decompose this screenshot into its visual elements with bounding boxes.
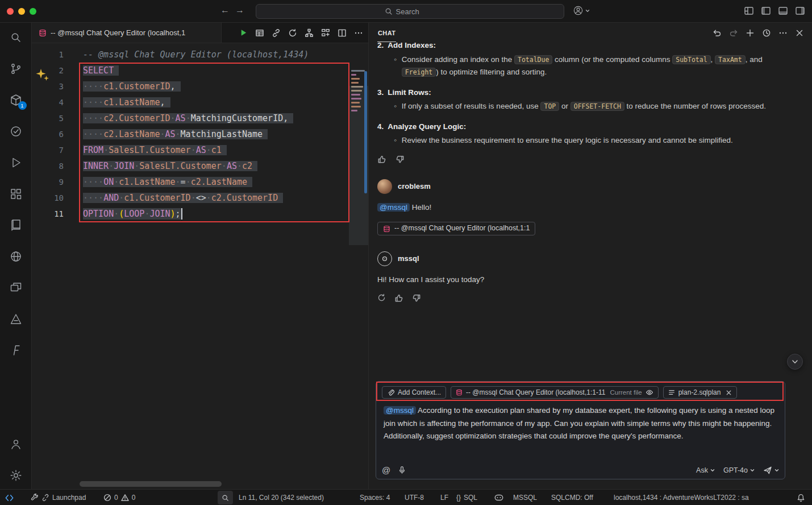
activity-badge: 1: [18, 101, 27, 110]
chat-message-user: croblesm @mssql Hello! -- @mssql Chat Qu…: [377, 179, 802, 237]
language-status[interactable]: {}SQL: [456, 490, 477, 505]
message-attachment-chip[interactable]: -- @mssql Chat Query Editor (localhost,1…: [377, 222, 535, 235]
notifications-button[interactable]: [797, 490, 805, 505]
scroll-to-bottom-button[interactable]: [787, 354, 803, 370]
window-minimize-button[interactable]: [18, 8, 25, 15]
activity-source-control[interactable]: [9, 62, 23, 76]
remote-windows-icon: [9, 281, 23, 295]
activity-extensions[interactable]: [9, 187, 23, 201]
window-zoom-button[interactable]: [30, 8, 36, 15]
activity-azure[interactable]: [9, 312, 23, 326]
code-line[interactable]: 10····AND·c1.CustomerID·<>·c2.CustomerID: [32, 190, 348, 206]
cursor-position-status[interactable]: Ln 11, Col 20 (342 selected): [239, 490, 324, 505]
activity-testing[interactable]: [9, 125, 23, 138]
mention-chip[interactable]: @mssql: [384, 406, 416, 415]
connection-button[interactable]: [272, 28, 281, 38]
mode-selector[interactable]: Ask: [696, 466, 715, 474]
window-close-button[interactable]: [7, 8, 14, 15]
add-context-label: Add Context...: [398, 388, 441, 396]
mssql-status[interactable]: MSSQL: [513, 490, 537, 505]
code-line[interactable]: 5····c2.CustomerID·AS·MatchingCustomerID…: [32, 110, 348, 126]
code-line[interactable]: 4····c1.LastName,: [32, 94, 348, 110]
code-line[interactable]: 11OPTION·(LOOP·JOIN);: [32, 206, 348, 222]
code-line[interactable]: 3····c1.CustomerID,: [32, 78, 348, 94]
send-button[interactable]: [763, 466, 772, 475]
editor-tab[interactable]: -- @mssql Chat Query Editor (localhost,1: [32, 23, 222, 43]
chat-input-box[interactable]: Add Context... -- @mssql Chat Query Edit…: [376, 381, 785, 479]
indentation-status[interactable]: Spaces: 4: [360, 490, 390, 505]
activity-run-debug[interactable]: [9, 156, 23, 169]
book-icon: [9, 218, 23, 232]
thumbs-up-button[interactable]: [377, 155, 386, 164]
toggle-panel-icon[interactable]: [778, 6, 788, 16]
copilot-status[interactable]: [494, 490, 503, 505]
sqlcmd-status[interactable]: SQLCMD: Off: [551, 490, 593, 505]
account-menu-button[interactable]: [573, 5, 590, 16]
activity-docs[interactable]: [9, 218, 23, 232]
chat-history-button[interactable]: [762, 28, 771, 38]
new-chat-button[interactable]: [746, 28, 755, 38]
thumbs-down-button[interactable]: [395, 155, 405, 164]
editor-horizontal-scrollbar[interactable]: [80, 481, 222, 487]
toggle-primary-sidebar-icon[interactable]: [761, 6, 771, 16]
estimated-plan-button[interactable]: [288, 28, 297, 38]
zoom-status-button[interactable]: [218, 491, 233, 504]
code-line[interactable]: 1-- @mssql Chat Query Editor (localhost,…: [32, 47, 348, 63]
eol-status[interactable]: LF: [440, 490, 448, 505]
run-query-button[interactable]: [239, 28, 248, 37]
microphone-icon[interactable]: [398, 466, 406, 474]
code-line[interactable]: 7FROM·SalesLT.Customer·AS·c1: [32, 142, 348, 158]
chat-input-text[interactable]: @mssql According to the execution plan s…: [376, 401, 785, 443]
activity-search[interactable]: [9, 31, 23, 44]
command-center[interactable]: [256, 4, 564, 19]
context-plan-chip[interactable]: plan-2.sqlplan: [663, 386, 738, 399]
code-editor[interactable]: 1-- @mssql Chat Query Editor (localhost,…: [32, 44, 368, 489]
problems-button[interactable]: 0 0: [103, 490, 135, 505]
activity-bar: 1: [0, 23, 32, 489]
results-grid-button[interactable]: [255, 28, 264, 38]
chevron-down-icon: [750, 468, 755, 473]
thumbs-down-button[interactable]: [412, 293, 421, 303]
activity-flask[interactable]: [9, 343, 23, 357]
code-line[interactable]: 6····c2.LastName·AS·MatchingLastName: [32, 126, 348, 142]
add-context-button[interactable]: Add Context...: [382, 386, 446, 399]
customize-layout-icon[interactable]: [744, 6, 754, 16]
send-options-chevron[interactable]: [774, 468, 779, 473]
attachment-label: -- @mssql Chat Query Editor (localhost,1…: [394, 222, 530, 235]
launchpad-button[interactable]: Launchpad: [31, 490, 86, 505]
settings-button[interactable]: [9, 469, 23, 482]
activity-remote-explorer[interactable]: [9, 281, 23, 295]
context-file-label: -- @mssql Chat Query Editor (localhost,1…: [466, 388, 605, 396]
search-input[interactable]: [396, 7, 436, 16]
split-editor-button[interactable]: [338, 28, 347, 38]
mention-chip[interactable]: @mssql: [377, 203, 410, 212]
activity-references[interactable]: 1: [9, 93, 23, 107]
chat-undo-button[interactable]: [713, 28, 722, 38]
line-number: 9: [32, 177, 64, 187]
history-back-button[interactable]: ←: [220, 5, 230, 15]
schema-visualize-button[interactable]: [305, 28, 314, 38]
chat-redo-button[interactable]: [729, 28, 738, 38]
code-line[interactable]: 9····ON·c1.LastName·=·c2.LastName: [32, 174, 348, 190]
encoding-status[interactable]: UTF-8: [405, 490, 424, 505]
toggle-secondary-sidebar-icon[interactable]: [795, 6, 805, 16]
accounts-button[interactable]: [9, 437, 23, 451]
code-line[interactable]: 8INNER·JOIN·SalesLT.Customer·AS·c2: [32, 158, 348, 174]
activity-web[interactable]: [9, 250, 23, 263]
mention-button[interactable]: @: [382, 465, 390, 475]
model-selector[interactable]: GPT-4o: [723, 466, 755, 474]
code-line[interactable]: 2SELECT: [32, 63, 348, 78]
context-file-chip[interactable]: -- @mssql Chat Query Editor (localhost,1…: [451, 386, 659, 399]
more-actions-button[interactable]: [354, 28, 363, 38]
thumbs-up-button[interactable]: [394, 293, 403, 303]
remote-indicator[interactable]: [5, 490, 14, 505]
connection-status[interactable]: localhost,1434 : AdventureWorksLT2022 : …: [614, 490, 749, 505]
code-lines[interactable]: 1-- @mssql Chat Query Editor (localhost,…: [32, 47, 348, 222]
regenerate-button[interactable]: [377, 293, 386, 302]
remove-context-icon[interactable]: [726, 390, 732, 396]
eye-icon[interactable]: [646, 388, 653, 396]
history-forward-button[interactable]: →: [235, 5, 244, 15]
chat-close-button[interactable]: [795, 28, 804, 38]
query-plan-button[interactable]: [321, 28, 330, 38]
chat-more-button[interactable]: [778, 28, 788, 38]
